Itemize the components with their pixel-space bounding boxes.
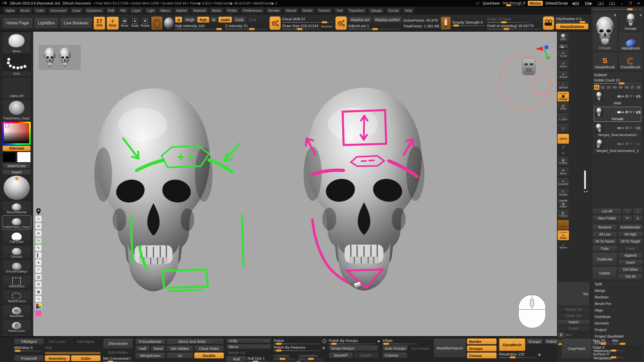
mirror-button[interactable]: Mirrorx y z [226, 344, 271, 349]
uv-button[interactable]: Uv [167, 352, 193, 358]
crease-toggle[interactable]: Crease [467, 352, 497, 358]
zcut-button[interactable]: Zcut [247, 17, 258, 23]
palette-icon[interactable] [35, 303, 42, 309]
clay-polish-button[interactable]: ClayPolish [561, 338, 592, 358]
camera-button[interactable] [543, 16, 554, 30]
see-through-slider[interactable]: See-through0 [502, 1, 525, 6]
menu-render[interactable]: Render [266, 7, 282, 14]
clone-txtr-button[interactable]: Clone Txtr [557, 313, 590, 319]
zadd-button[interactable]: Zadd [218, 17, 232, 23]
visibility-eye-icon[interactable] [636, 95, 640, 98]
current-stroke-button[interactable]: Dots [2, 55, 31, 76]
subtool-item-male[interactable]: ↓ ✎ Male [594, 91, 641, 106]
fill-object-button[interactable]: FillObject [14, 338, 44, 344]
shade-sphere2-icon[interactable] [629, 142, 632, 145]
boolean-button[interactable]: Boolean [593, 294, 642, 300]
copy-button[interactable]: Copy [592, 245, 617, 251]
colorize-button[interactable]: Colorize [382, 352, 408, 358]
chat-icon[interactable]: ✉ [35, 281, 42, 288]
persp-button[interactable]: Dynamic▦Persp [557, 92, 569, 102]
zoom-button[interactable]: ⊕Zoom [557, 60, 569, 70]
switch-color-button[interactable]: SwitchColor [3, 163, 31, 169]
align-button[interactable]: Align [593, 307, 642, 313]
frame-button[interactable]: ▣Frame [557, 156, 569, 166]
menu-stencil[interactable]: Stencil [283, 7, 299, 14]
groups-toggle[interactable]: Groups [467, 345, 497, 351]
rotate-view-button[interactable]: ↻Rotate [557, 188, 569, 198]
dot-tool-icon[interactable]: ● [35, 259, 42, 266]
color-toggle[interactable]: Color [71, 355, 101, 361]
fov-slider[interactable]: Field of view(deg) 39.59775 [487, 24, 541, 29]
m-button[interactable]: M [210, 17, 217, 23]
highlighter-tool-icon[interactable]: ✎ [35, 237, 42, 244]
notes-icon[interactable]: ≡ [35, 296, 42, 302]
import-button[interactable]: Import [3, 169, 31, 175]
list-all-button[interactable]: List All [592, 208, 622, 214]
close-holes-button[interactable]: Close Holes [194, 345, 224, 351]
rgb-intensity-slider[interactable]: Rgb Intensity 100 [175, 24, 222, 29]
all-high-button[interactable]: All High [618, 231, 643, 237]
rotate-mode-button[interactable]: R Rotate [141, 19, 150, 27]
merge-down-button[interactable]: MergeDown [135, 352, 166, 358]
current-texture-slot[interactable]: FabioPaiva_Clay2 [2, 99, 31, 121]
scroll-button[interactable]: ⇄Scroll [557, 49, 569, 59]
menu-tool[interactable]: Tool [334, 7, 345, 14]
spix-slider[interactable]: SPix 3 [557, 43, 569, 49]
roll-button[interactable]: Roll [226, 356, 247, 362]
rename-button[interactable]: Rename [592, 224, 617, 230]
quickpick-mask-pen[interactable]: MaskPen [2, 304, 31, 319]
move-view-button[interactable]: ✚Move [557, 167, 569, 177]
brush-icon[interactable]: ✎ [633, 126, 635, 130]
xpose-button[interactable]: ⤢Xpose [557, 241, 569, 251]
quickpick-mask-lasso[interactable]: MaskLasso [2, 319, 31, 333]
tool-slot-female[interactable]: 4 Female [618, 12, 643, 31]
panel-size-slider[interactable] [592, 8, 643, 11]
menu-preferences[interactable]: Preferences [240, 7, 264, 14]
quickpick-smooth-valleys[interactable]: SmoothValleys [2, 260, 31, 274]
move-down-button[interactable]: ↓ [633, 208, 643, 214]
deepshadow-button[interactable]: DeepShadow [556, 23, 588, 29]
local-symmetry-button[interactable]: ↔L.Sym [557, 113, 569, 123]
marker-tool-icon[interactable]: ▍ [35, 252, 42, 258]
duplicate-button[interactable]: Duplicate [592, 252, 617, 265]
objshadow-slider[interactable]: ObjShadow 0.3 [556, 17, 588, 22]
menu-draw[interactable]: Draw [70, 7, 83, 14]
polish-features-mode-icon[interactable] [323, 347, 325, 349]
dynamic-toggle[interactable]: Dynamic [321, 25, 333, 28]
shade-sphere2-icon[interactable] [629, 111, 632, 114]
subtool-scrollbar[interactable] [584, 170, 586, 189]
visibility-eye-icon[interactable] [636, 127, 640, 129]
paste-button[interactable]: Paste [618, 245, 643, 251]
quicksave-button[interactable]: QuickSave [483, 1, 500, 5]
split-hidden-button[interactable]: Split Hidden [103, 350, 133, 355]
replay-stroke-button[interactable]: D [335, 16, 347, 30]
texture-on-button[interactable]: Texture On [557, 307, 590, 312]
current-texture-button[interactable] [164, 17, 174, 29]
layout-b-icon[interactable]: ❏❏ [608, 2, 616, 5]
menu-picker[interactable]: Picker [225, 7, 240, 14]
uv-groups-button[interactable]: Uv Groups [409, 345, 431, 351]
restore-button[interactable]: ❐ [627, 2, 633, 5]
draw-mode-button[interactable]: Draw [107, 17, 118, 30]
actual-button[interactable]: ◎Actual [557, 70, 569, 80]
lightbox-button[interactable]: LightBox [34, 18, 58, 29]
subtool-item-female[interactable]: ↓ ✎ Female [594, 107, 641, 122]
menu-help[interactable]: Help [402, 7, 415, 14]
trash-icon[interactable]: ▥ [35, 274, 42, 280]
menu-movie[interactable]: Movie [209, 7, 224, 14]
pen-tool-icon[interactable]: ✎ [35, 245, 42, 251]
dynamesh-button[interactable]: DynaMesh [499, 338, 525, 351]
zoom3d-button[interactable]: ⊕Zoom3D [557, 177, 569, 188]
draw-size-slider[interactable]: Draw Size 228.31243 [282, 24, 320, 29]
subtool-item-merged2[interactable]: ↓ ✎ Merged_Skull-decimation2 [594, 123, 641, 138]
project-all-button[interactable]: ProjectAll [14, 355, 44, 361]
scrollbar-arrows-icon[interactable]: ▲▼ [583, 190, 588, 193]
border-toggle[interactable]: Border [467, 338, 497, 344]
same-button[interactable]: Same [151, 345, 166, 351]
close-button[interactable]: ✕ [636, 2, 641, 5]
visible-count-slider[interactable]: Visible Count 13 [594, 78, 641, 84]
morph-uv-button[interactable]: Morph UV [226, 350, 271, 355]
current-alpha-slot[interactable]: Alpha Off [2, 77, 31, 99]
quickpick-select-lasso[interactable]: SelectLasso [2, 290, 31, 304]
delete-button[interactable]: Delete [592, 266, 617, 280]
